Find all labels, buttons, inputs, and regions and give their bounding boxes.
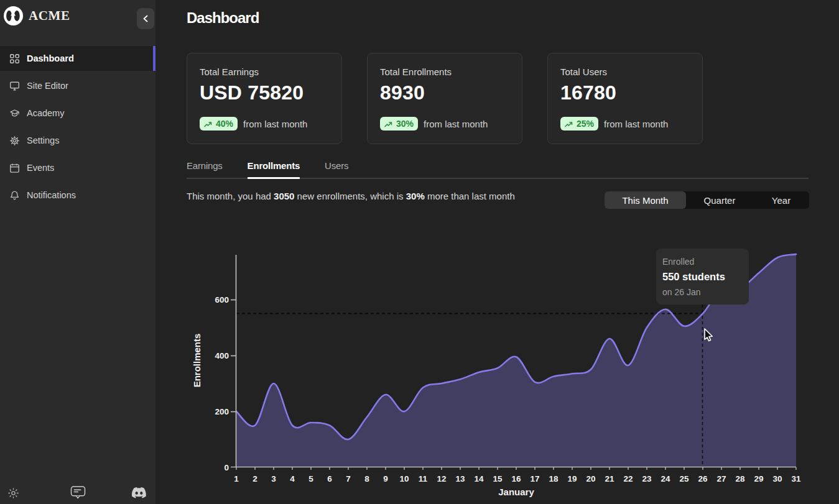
svg-text:23: 23 — [642, 474, 652, 483]
svg-text:31: 31 — [791, 474, 801, 483]
svg-text:30: 30 — [772, 474, 782, 483]
svg-text:January: January — [498, 487, 534, 497]
svg-text:21: 21 — [605, 474, 614, 483]
svg-text:4: 4 — [290, 474, 295, 483]
svg-text:0: 0 — [224, 463, 229, 472]
svg-text:14: 14 — [474, 474, 484, 483]
svg-text:24: 24 — [661, 474, 670, 483]
svg-text:7: 7 — [346, 474, 351, 483]
svg-text:27: 27 — [716, 474, 726, 483]
svg-text:20: 20 — [586, 474, 595, 483]
svg-text:17: 17 — [530, 474, 539, 483]
svg-text:600: 600 — [215, 295, 229, 305]
svg-text:3: 3 — [271, 474, 276, 483]
svg-text:22: 22 — [623, 474, 633, 483]
svg-text:6: 6 — [327, 474, 332, 483]
svg-text:16: 16 — [511, 474, 521, 483]
svg-text:1: 1 — [234, 474, 239, 483]
svg-text:10: 10 — [399, 474, 409, 483]
svg-text:8: 8 — [364, 474, 369, 483]
svg-text:18: 18 — [549, 474, 559, 483]
svg-text:13: 13 — [455, 474, 465, 483]
svg-text:28: 28 — [735, 474, 745, 483]
svg-text:12: 12 — [437, 474, 446, 483]
svg-text:19: 19 — [567, 474, 577, 483]
svg-text:15: 15 — [493, 474, 503, 483]
svg-text:25: 25 — [679, 474, 689, 483]
svg-text:Enrollments: Enrollments — [192, 334, 202, 388]
svg-text:29: 29 — [754, 474, 763, 483]
svg-text:400: 400 — [215, 351, 229, 360]
svg-text:2: 2 — [253, 474, 257, 483]
svg-text:26: 26 — [698, 474, 708, 483]
svg-text:200: 200 — [215, 407, 229, 416]
svg-text:11: 11 — [419, 474, 428, 483]
svg-text:9: 9 — [383, 474, 388, 483]
svg-text:5: 5 — [308, 474, 313, 483]
